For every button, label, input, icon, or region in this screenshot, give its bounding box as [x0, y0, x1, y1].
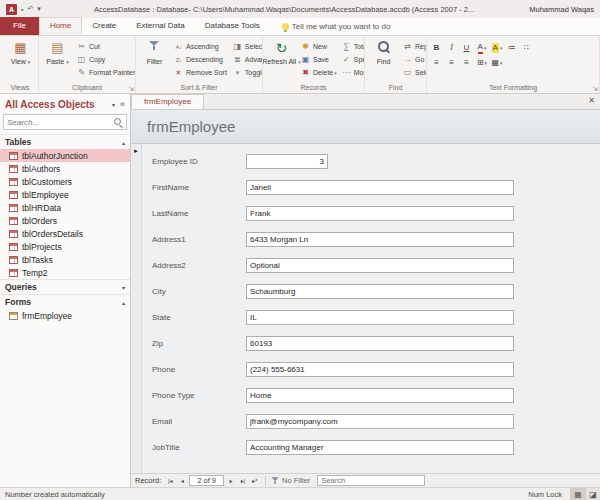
chevron-up-icon: ▴: [122, 299, 125, 306]
record-search-input[interactable]: [317, 475, 425, 486]
ribbon-small-button[interactable]: ✱ New: [299, 40, 338, 53]
bullets-icon[interactable]: ∷: [520, 41, 534, 54]
form-field-row: City: [152, 284, 600, 299]
nav-item-table[interactable]: tblCustomers: [0, 175, 130, 188]
ribbon-small-button[interactable]: Z↓ Descending: [172, 53, 229, 66]
ribbon-small-button[interactable]: ⋯ More ▾: [340, 66, 365, 79]
ribbon-small-button[interactable]: ◫ Copy: [75, 53, 136, 66]
qat-customize-icon[interactable]: ▾: [37, 5, 41, 13]
field-input[interactable]: [246, 440, 514, 455]
ribbon-small-button[interactable]: → Go To ▾: [401, 53, 427, 66]
field-input[interactable]: [246, 414, 514, 429]
nav-pane-header[interactable]: All Access Objects ▾ «: [0, 94, 130, 114]
ribbon-small-button[interactable]: ▭ Select ▾: [401, 66, 427, 79]
background-color-icon[interactable]: ▦▾: [490, 56, 504, 69]
align-left-icon[interactable]: ≡: [430, 56, 444, 69]
paste-button[interactable]: ▤ Paste▾: [42, 38, 73, 83]
nav-section-queries[interactable]: Queries ▾: [0, 279, 130, 294]
previous-record-button[interactable]: ◂: [177, 475, 187, 486]
ribbon-small-button[interactable]: ▣ Save: [299, 53, 338, 66]
nav-item-table[interactable]: tblAuthors: [0, 162, 130, 175]
field-input[interactable]: [246, 206, 514, 221]
nav-item-table[interactable]: tblHRData: [0, 201, 130, 214]
field-input[interactable]: [246, 180, 514, 195]
new-blank-record-button[interactable]: ▸*: [250, 475, 260, 486]
field-input[interactable]: [246, 258, 514, 273]
filter-status[interactable]: No Filter: [271, 476, 310, 486]
nav-item-table[interactable]: tblEmployee: [0, 188, 130, 201]
nav-item-form[interactable]: frmEmployee: [0, 309, 130, 322]
next-record-button[interactable]: ▸: [226, 475, 236, 486]
dialog-launcher-icon[interactable]: ⇲: [129, 86, 134, 92]
ribbon-tab[interactable]: Create: [82, 17, 126, 35]
ribbon-small-button[interactable]: ✕ Remove Sort: [172, 66, 229, 79]
filter-button[interactable]: Filter: [139, 38, 170, 83]
highlight-icon[interactable]: A▾: [490, 41, 504, 54]
ribbon-small-button[interactable]: ✖ Delete ▾: [299, 66, 338, 79]
document-tab[interactable]: frmEmployee: [131, 94, 204, 109]
refresh-all-button[interactable]: ↻ Refresh All▾: [266, 38, 297, 83]
ribbon-small-button[interactable]: ⇄ Replace: [401, 40, 427, 53]
ribbon-tab[interactable]: Database Tools: [195, 17, 270, 35]
nav-search-box[interactable]: [3, 114, 127, 130]
field-input[interactable]: [246, 362, 514, 377]
record-position-box[interactable]: 2 of 9: [189, 475, 224, 486]
undo-icon[interactable]: ↶: [27, 5, 33, 13]
field-input[interactable]: [246, 388, 514, 403]
ribbon-small-button[interactable]: ∑ Totals: [340, 40, 365, 53]
ribbon-small-button[interactable]: ◨ Selection ▾: [231, 40, 263, 53]
field-input[interactable]: [246, 336, 514, 351]
nav-item-table[interactable]: Temp2: [0, 266, 130, 279]
nav-item-table[interactable]: tblProjects: [0, 240, 130, 253]
close-document-icon[interactable]: ✕: [588, 93, 595, 109]
selection-icon: ◨: [232, 42, 243, 51]
nav-search-input[interactable]: [7, 118, 114, 127]
user-name[interactable]: Muhammad Waqas: [529, 5, 594, 14]
tell-me-box[interactable]: Tell me what you want to do: [282, 17, 391, 35]
form-view: frmEmployee ▸ Employee ID FirstName: [131, 110, 600, 473]
design-view-button[interactable]: ◪: [585, 488, 600, 500]
gridlines-icon[interactable]: ⊞▾: [475, 56, 489, 69]
find-button[interactable]: Find: [368, 38, 399, 83]
italic-icon[interactable]: I: [445, 41, 459, 54]
field-input[interactable]: [246, 154, 328, 169]
ribbon-small-button[interactable]: ✓ Spelling: [340, 53, 365, 66]
chevron-down-icon: ▾: [112, 101, 115, 108]
ribbon-small-button[interactable]: ✎ Format Painter: [75, 66, 136, 79]
nav-item-table[interactable]: tblOrdersDetails: [0, 227, 130, 240]
ribbon-tab[interactable]: File: [0, 17, 39, 35]
form-view-button[interactable]: ▦: [570, 488, 585, 500]
underline-icon[interactable]: U: [460, 41, 474, 54]
ribbon-small-button[interactable]: ▼ Toggle Filter: [231, 66, 263, 79]
bold-icon[interactable]: B: [430, 41, 444, 54]
ribbon-small-button[interactable]: ≣ Advanced ▾: [231, 53, 263, 66]
nav-section-tables[interactable]: Tables ▴: [0, 134, 130, 149]
ribbon-small-button[interactable]: ✂ Cut: [75, 40, 136, 53]
last-record-button[interactable]: ▸|: [238, 475, 248, 486]
cut-icon: ✂: [76, 42, 87, 51]
nav-section-forms[interactable]: Forms ▴: [0, 294, 130, 309]
ribbon-tab[interactable]: External Data: [126, 17, 194, 35]
first-record-button[interactable]: |◂: [165, 475, 175, 486]
ribbon-tab[interactable]: Home: [39, 17, 82, 35]
status-bar: Number created automatically Num Lock ▦◪: [0, 487, 600, 500]
numbering-icon[interactable]: ≔: [505, 41, 519, 54]
align-center-icon[interactable]: ≡: [445, 56, 459, 69]
align-right-icon[interactable]: ≡: [460, 56, 474, 69]
font-color-icon[interactable]: A▾: [475, 41, 489, 54]
field-input[interactable]: [246, 284, 514, 299]
ribbon-small-button[interactable]: A↓ Ascending: [172, 40, 229, 53]
save-icon[interactable]: ▪: [21, 6, 23, 13]
view-button[interactable]: ▦ View▾: [5, 38, 36, 83]
nav-item-table[interactable]: tblTasks: [0, 253, 130, 266]
field-input[interactable]: [246, 310, 514, 325]
nav-item-table[interactable]: tblAuthorJunction: [0, 149, 130, 162]
dialog-launcher-icon[interactable]: ⇲: [593, 86, 598, 92]
shutter-bar-close-icon[interactable]: «: [120, 99, 125, 109]
status-message: Number created automatically: [5, 490, 105, 499]
field-label: Email: [152, 417, 246, 426]
record-selector-bar[interactable]: ▸: [131, 144, 142, 473]
field-input[interactable]: [246, 232, 514, 247]
nav-item-table[interactable]: tblOrders: [0, 214, 130, 227]
select-icon: ▭: [402, 68, 413, 77]
